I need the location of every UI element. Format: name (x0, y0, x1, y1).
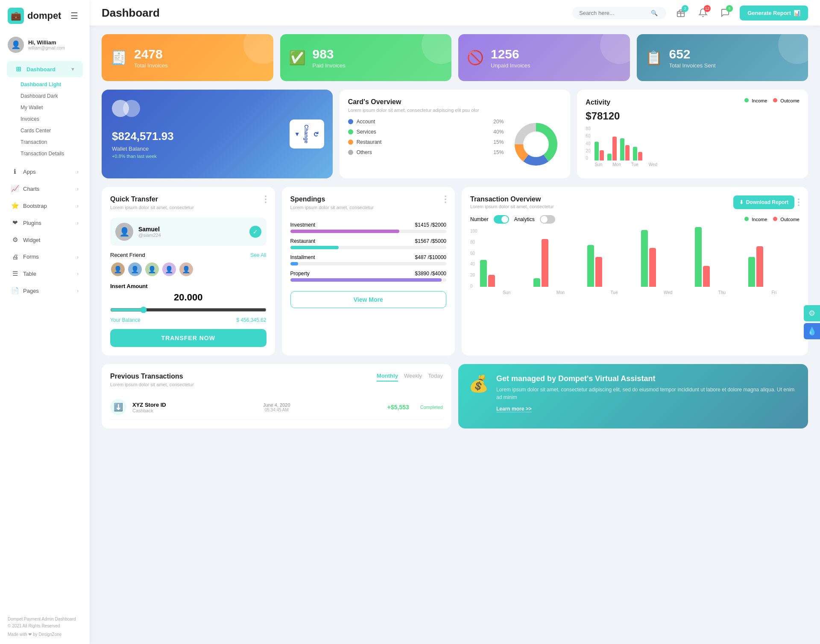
gift-icon-btn[interactable]: 2 (673, 5, 688, 20)
income-label: Income (752, 98, 767, 103)
tab-today[interactable]: Today (428, 373, 443, 382)
account-dot (348, 119, 353, 124)
charts-icon: 📈 (11, 185, 19, 192)
chat-icon-btn[interactable]: 5 (718, 5, 733, 20)
number-toggle[interactable] (494, 215, 509, 224)
apps-label: Apps (23, 169, 36, 175)
bar-group-tue (620, 138, 630, 160)
txn-yaxis: 020406080100 (470, 229, 480, 288)
label-wed: Wed (649, 162, 657, 167)
analytics-toggle-label: Analytics (514, 216, 535, 222)
sent-invoices-icon: 📋 (645, 50, 662, 66)
sidebar-item-plugins[interactable]: ❤ Plugins › (3, 215, 86, 231)
txn-overview-menu[interactable] (798, 198, 800, 206)
spendings-subtitle: Lorem ipsum dolor sit amet, consectetur (290, 205, 374, 210)
subnav-dashboard-dark[interactable]: Dashboard Dark (16, 90, 86, 102)
insert-amount-label: Insert Amount (110, 283, 266, 289)
sidebar-item-pages[interactable]: 📄 Pages › (3, 283, 86, 299)
spending-restaurant: Restaurant $1567 /$5000 (290, 238, 447, 249)
download-report-button[interactable]: ⬇ Download Report (733, 195, 794, 209)
outcome-dot (773, 98, 777, 102)
transfer-now-button[interactable]: TRANSFER NOW (110, 329, 266, 347)
quick-transfer-subtitle: Lorem ipsum dolor sit amet, consectetur (110, 205, 194, 210)
overview-item-restaurant: Restaurant 15% (348, 139, 504, 145)
spendings-menu[interactable] (445, 195, 446, 203)
float-buttons: ⚙ 💧 (804, 305, 820, 339)
txn-outcome-legend: Outcome (773, 217, 800, 222)
tab-weekly[interactable]: Weekly (404, 373, 422, 382)
balance-row: Your Balance $ 456,345.62 (110, 317, 266, 323)
others-dot (348, 150, 353, 155)
sidebar-footer: Dompet Payment Admin Dashboard © 2021 Al… (0, 610, 90, 644)
txn-overview-subtitle: Lorem ipsum dolor sit amet, consectetur (470, 204, 554, 209)
subnav-transaction-details[interactable]: Transaction Details (16, 148, 86, 159)
subnav-invoices[interactable]: Invoices (16, 114, 86, 125)
va-learn-more-link[interactable]: Learn more >> (496, 406, 532, 412)
chevron-right-icon6: › (77, 271, 79, 276)
float-water-button[interactable]: 💧 (804, 323, 820, 339)
restaurant-bar (290, 246, 339, 249)
bar-group-mon (607, 137, 617, 160)
amount-slider[interactable] (110, 306, 266, 313)
float-settings-button[interactable]: ⚙ (804, 305, 820, 321)
txn-sun-outcome (488, 275, 495, 287)
overview-item-services: Services 40% (348, 129, 504, 135)
generate-report-button[interactable]: Generate Report 📊 (740, 6, 808, 20)
wed-outcome-bar (638, 152, 642, 160)
sidebar-item-apps[interactable]: ℹ Apps › (3, 163, 86, 180)
change-button[interactable]: ↻ Change ▼ (290, 119, 324, 149)
lower-row: Quick Transfer Lorem ipsum dolor sit ame… (102, 187, 808, 356)
txn-label-tue: Tue (611, 290, 618, 295)
unpaid-invoices-number: 1256 (491, 47, 530, 61)
bell-icon-btn[interactable]: 12 (695, 5, 711, 20)
sidebar-item-widget[interactable]: ⚙ Widget (3, 232, 86, 248)
quick-transfer-panel: Quick Transfer Lorem ipsum dolor sit ame… (102, 187, 275, 356)
activity-yaxis: 020406080 (586, 126, 592, 160)
see-all-link[interactable]: See All (250, 252, 266, 258)
cards-overview-subtitle: Lorem ipsum dolor sit amet, consectetur … (348, 108, 562, 113)
chevron-right-icon5: › (77, 254, 79, 259)
txn-row-type: Cashback (132, 408, 166, 413)
txn-label-thu: Thu (718, 290, 726, 295)
va-icon: 💰 (469, 374, 489, 393)
overview-list: Account 20% Services 40% Restaurant 15% (348, 119, 504, 170)
wallet-card: $824,571.93 Wallet Balance +0.8% than la… (102, 90, 333, 178)
property-bar (290, 278, 442, 282)
sidebar-item-table[interactable]: ☰ Table › (3, 265, 86, 282)
sidebar: 💼 dompet ☰ 👤 Hi, William william@gmail.c… (0, 0, 90, 644)
overview-item-account: Account 20% (348, 119, 504, 125)
subnav-transaction[interactable]: Transaction (16, 137, 86, 148)
sidebar-item-forms[interactable]: 🖨 Forms › (3, 249, 86, 265)
tab-monthly[interactable]: Monthly (377, 373, 398, 382)
restaurant-pct: 15% (493, 139, 504, 145)
txn-label-wed: Wed (664, 290, 672, 295)
subnav-my-wallet[interactable]: My Wallet (16, 102, 86, 113)
sidebar-item-charts[interactable]: 📈 Charts › (3, 181, 86, 197)
subnav-cards-center[interactable]: Cards Center (16, 125, 86, 136)
prev-txn-subtitle: Lorem ipsum dolor sit amet, consectetur (110, 382, 194, 387)
txn-row-info: XYZ Store ID Cashback (132, 402, 166, 413)
search-input[interactable] (579, 10, 647, 16)
income-legend: Income (744, 98, 767, 103)
txn-bar-mon (533, 239, 585, 287)
page-title: Dashboard (102, 6, 160, 20)
view-more-button[interactable]: View More (290, 291, 447, 308)
quick-transfer-menu[interactable] (265, 195, 266, 203)
total-invoices-number: 2478 (134, 47, 168, 61)
sidebar-item-bootstrap[interactable]: ⭐ Bootstrap › (3, 198, 86, 214)
analytics-toggle[interactable] (540, 215, 555, 224)
mon-income-bar (607, 154, 612, 160)
txn-overview-title: Transaction Overview (470, 195, 554, 203)
hamburger-menu[interactable]: ☰ (70, 11, 78, 21)
paid-invoices-icon: ✅ (289, 50, 306, 66)
bottom-row: Previous Transactions Lorem ipsum dolor … (102, 364, 808, 428)
spending-investment: Investment $1415 /$2000 (290, 222, 447, 233)
apps-icon: ℹ (11, 168, 19, 175)
txn-outcome-label: Outcome (780, 217, 800, 222)
sidebar-item-dashboard[interactable]: ⊞ Dashboard ▼ (7, 61, 83, 77)
subnav-dashboard-light[interactable]: Dashboard Light (16, 79, 86, 90)
avatar: 👤 (8, 37, 24, 53)
total-invoices-label: Total Invoices (134, 62, 168, 69)
txn-label-mon: Mon (556, 290, 565, 295)
download-report-label: Download Report (746, 199, 788, 205)
